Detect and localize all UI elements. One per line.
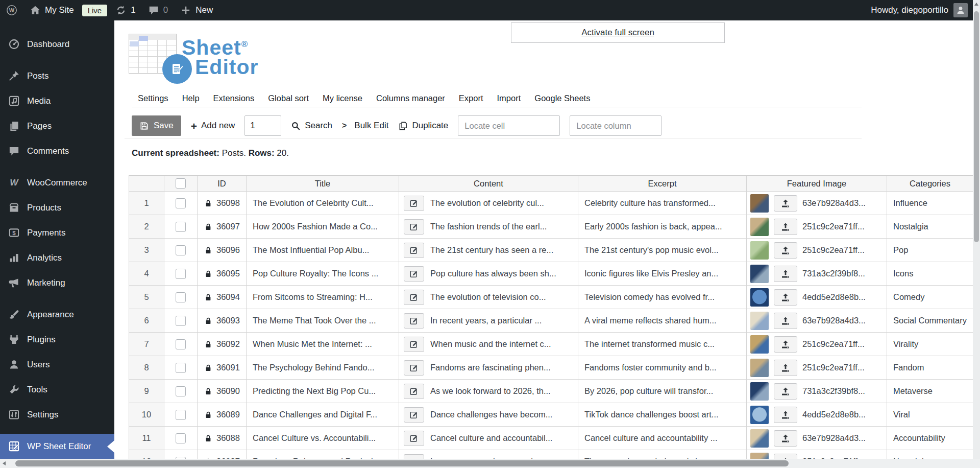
title-cell[interactable]: Remakes, Reboots, and Revival...	[247, 450, 399, 459]
horizontal-scroll-thumb[interactable]	[15, 460, 789, 466]
activate-fullscreen-link[interactable]: Activate full screen	[511, 22, 725, 43]
excerpt-cell[interactable]: By 2026, pop culture will transfor...	[578, 380, 747, 403]
upload-image-button[interactable]	[774, 360, 797, 376]
upload-image-button[interactable]	[774, 430, 797, 447]
search-button[interactable]: Search	[291, 121, 332, 131]
featured-image-cell[interactable]: 251c9c2ea71ff...	[747, 333, 887, 356]
duplicate-button[interactable]: Duplicate	[398, 121, 448, 131]
title-cell[interactable]: Predicting the Next Big Pop Cu...	[247, 380, 399, 403]
edit-content-button[interactable]	[404, 454, 424, 459]
id-cell[interactable]: 36091	[198, 356, 247, 380]
featured-image-cell[interactable]: 4edd5e2d8e8b...	[747, 403, 887, 427]
title-cell[interactable]: From Sitcoms to Streaming: H...	[247, 286, 399, 309]
upload-image-button[interactable]	[774, 383, 797, 400]
title-cell[interactable]: Pop Culture Royalty: The Icons ...	[247, 262, 399, 286]
excerpt-cell[interactable]: TikTok dance challenges boost art...	[578, 403, 747, 427]
plugin-menu-settings[interactable]: Settings	[138, 93, 168, 103]
id-cell[interactable]: 36089	[198, 403, 247, 427]
content-cell[interactable]: The evolution of television co...	[399, 286, 578, 309]
categories-cell[interactable]: Viral	[887, 403, 973, 427]
categories-cell[interactable]: Pop	[887, 239, 973, 262]
id-cell[interactable]: 36090	[198, 380, 247, 403]
upload-image-button[interactable]	[774, 219, 797, 235]
id-cell[interactable]: 36095	[198, 262, 247, 286]
column-header-id[interactable]: ID	[198, 176, 247, 192]
edit-content-button[interactable]	[404, 313, 424, 329]
featured-image-cell[interactable]: 63e7b928a4d3...	[747, 309, 887, 333]
content-cell[interactable]: As we look forward to 2026, th...	[399, 380, 578, 403]
edit-content-button[interactable]	[404, 219, 424, 235]
edit-content-button[interactable]	[404, 243, 424, 258]
sidebar-item-users[interactable]: Users	[0, 352, 114, 377]
account-menu[interactable]: Howdy, diegoportillo	[871, 3, 980, 17]
excerpt-cell[interactable]: Television comedy has evolved fr...	[578, 286, 747, 309]
new-content-menu[interactable]: New	[174, 0, 219, 20]
upload-image-button[interactable]	[774, 242, 797, 259]
excerpt-cell[interactable]: Early 2000s fashion is back, appea...	[578, 215, 747, 239]
plugin-menu-help[interactable]: Help	[182, 93, 200, 103]
excerpt-cell[interactable]: The entertainment industry is incr...	[578, 450, 747, 459]
column-header-featured-image[interactable]: Featured Image	[747, 176, 887, 192]
title-cell[interactable]: The Evolution of Celebrity Cult...	[247, 192, 399, 215]
upload-image-button[interactable]	[774, 313, 797, 329]
select-all-checkbox[interactable]	[176, 178, 186, 189]
sidebar-item-dashboard[interactable]: Dashboard	[0, 32, 114, 57]
sidebar-item-settings[interactable]: Settings	[0, 402, 114, 427]
locate-cell-input[interactable]	[458, 115, 560, 136]
plugin-menu-columns-manager[interactable]: Columns manager	[376, 93, 445, 103]
sidebar-item-media[interactable]: Media	[0, 88, 114, 113]
sidebar-item-comments[interactable]: Comments	[0, 138, 114, 163]
upload-image-button[interactable]	[774, 289, 797, 306]
bulk-edit-button[interactable]: >_ Bulk Edit	[342, 121, 388, 131]
categories-cell[interactable]: Accountability	[887, 427, 973, 450]
row-checkbox[interactable]	[176, 410, 186, 420]
excerpt-cell[interactable]: The internet transformed music c...	[578, 333, 747, 356]
sidebar-item-products[interactable]: Products	[0, 195, 114, 220]
categories-cell[interactable]: Fandom	[887, 356, 973, 380]
excerpt-cell[interactable]: The 21st century's pop music evol...	[578, 239, 747, 262]
id-cell[interactable]: 36098	[198, 192, 247, 215]
scroll-up-arrow-icon[interactable]	[974, 3, 978, 6]
sidebar-item-analytics[interactable]: Analytics	[0, 245, 114, 270]
content-cell[interactable]: Fandoms are fascinating phen...	[399, 356, 578, 380]
row-checkbox[interactable]	[176, 433, 186, 443]
title-cell[interactable]: Cancel Culture vs. Accountabili...	[247, 427, 399, 450]
featured-image-cell[interactable]: 731a3c2f39bf8...	[747, 262, 887, 286]
edit-content-button[interactable]	[404, 360, 424, 376]
row-checkbox[interactable]	[176, 245, 186, 255]
excerpt-cell[interactable]: A viral meme reflects shared hum...	[578, 309, 747, 333]
my-site-link[interactable]: My Site	[23, 0, 80, 20]
categories-cell[interactable]: Comedy	[887, 286, 973, 309]
plugin-menu-export[interactable]: Export	[459, 93, 483, 103]
wordpress-logo-menu[interactable]: W	[0, 0, 23, 20]
plugin-menu-my-license[interactable]: My license	[323, 93, 362, 103]
content-cell[interactable]: In recent years, the entertain...	[399, 450, 578, 459]
sidebar-item-marketing[interactable]: Marketing	[0, 270, 114, 295]
title-cell[interactable]: The Meme That Took Over the ...	[247, 309, 399, 333]
plugin-menu-google-sheets[interactable]: Google Sheets	[534, 93, 590, 103]
row-checkbox[interactable]	[176, 269, 186, 279]
edit-content-button[interactable]	[404, 431, 424, 446]
upload-image-button[interactable]	[774, 454, 797, 459]
edit-content-button[interactable]	[404, 384, 424, 399]
plugin-menu-import[interactable]: Import	[497, 93, 521, 103]
categories-cell[interactable]: Nostalgia	[887, 215, 973, 239]
sidebar-item-payments[interactable]: $Payments	[0, 220, 114, 245]
row-checkbox[interactable]	[176, 339, 186, 349]
locate-column-input[interactable]	[570, 115, 662, 136]
row-checkbox[interactable]	[176, 198, 186, 208]
plugin-menu-extensions[interactable]: Extensions	[213, 93, 255, 103]
sidebar-item-woocommerce[interactable]: WWooCommerce	[0, 170, 114, 195]
comments-link[interactable]: 0	[142, 0, 174, 20]
id-cell[interactable]: 36097	[198, 215, 247, 239]
add-new-button[interactable]: + Add new	[191, 121, 235, 131]
vertical-scrollbar[interactable]	[973, 0, 980, 459]
featured-image-cell[interactable]: 63e7b928a4d3...	[747, 192, 887, 215]
id-cell[interactable]: 36094	[198, 286, 247, 309]
row-checkbox[interactable]	[176, 222, 186, 232]
edit-content-button[interactable]	[404, 407, 424, 423]
featured-image-cell[interactable]: 251c9c2ea71ff...	[747, 356, 887, 380]
categories-cell[interactable]: Virality	[887, 333, 973, 356]
content-cell[interactable]: When music and the internet c...	[399, 333, 578, 356]
edit-content-button[interactable]	[404, 337, 424, 352]
